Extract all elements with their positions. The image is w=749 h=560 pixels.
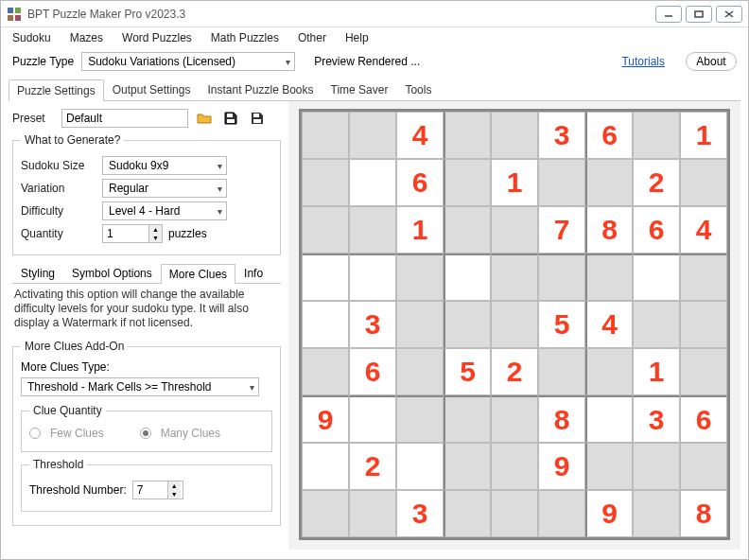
sudoku-cell: [538, 490, 585, 537]
sudoku-cell: 1: [680, 112, 727, 159]
sudoku-cell: [302, 206, 349, 254]
sudoku-cell: 2: [349, 443, 396, 490]
menu-word-puzzles[interactable]: Word Puzzles: [122, 31, 192, 44]
sudoku-cell: [302, 348, 349, 395]
sudoku-cell: [491, 395, 538, 443]
sudoku-cell: 6: [585, 112, 633, 159]
menu-help[interactable]: Help: [345, 31, 369, 44]
about-button[interactable]: About: [686, 52, 737, 71]
sudoku-cell: [680, 348, 727, 395]
threshold-group: Threshold Threshold Number: ▲▼: [21, 458, 272, 512]
sudoku-cell: 6: [349, 348, 396, 395]
svg-rect-0: [8, 8, 13, 13]
quantity-input[interactable]: [103, 225, 148, 242]
tutorials-link[interactable]: Tutorials: [621, 55, 665, 68]
menu-sudoku[interactable]: Sudoku: [12, 31, 51, 44]
clue-quantity-group: Clue Quantity Few Clues Many Clues: [21, 404, 272, 452]
difficulty-label: Difficulty: [21, 204, 96, 218]
sudoku-cell: 3: [349, 301, 396, 348]
sudoku-cell: [444, 112, 491, 159]
svg-rect-5: [695, 11, 703, 17]
puzzle-type-select[interactable]: Sudoku Variations (Licensed): [81, 52, 295, 71]
preset-label: Preset: [12, 112, 56, 125]
subtab-symbol-options[interactable]: Symbol Options: [63, 263, 161, 283]
many-clues-radio: [140, 428, 151, 439]
svg-rect-11: [253, 119, 261, 123]
quantity-up[interactable]: ▲: [149, 225, 162, 234]
open-preset-button[interactable]: [194, 109, 215, 128]
menu-other[interactable]: Other: [298, 31, 326, 44]
sudoku-cell: [680, 254, 727, 301]
sudoku-cell: [349, 206, 396, 254]
tab-instant-puzzle-books[interactable]: Instant Puzzle Books: [199, 79, 322, 100]
sudoku-cell: 3: [396, 490, 444, 537]
sudoku-cell: [491, 443, 538, 490]
svg-rect-8: [227, 114, 233, 117]
subtab-info[interactable]: Info: [235, 263, 271, 283]
sudoku-cell: 1: [633, 348, 680, 395]
sudoku-cell: [491, 254, 538, 301]
sudoku-cell: [302, 443, 349, 490]
sudoku-cell: [444, 443, 491, 490]
tab-output-settings[interactable]: Output Settings: [104, 79, 200, 100]
sudoku-cell: [491, 490, 538, 537]
threshold-number-label: Threshold Number:: [29, 483, 127, 497]
what-to-generate-group: What to Generate? Sudoku Size Sudoku 9x9…: [12, 133, 281, 255]
quantity-spinner[interactable]: ▲▼: [102, 224, 163, 243]
settings-panel: Preset Default + What to Generate? Sudok…: [9, 101, 288, 550]
sudoku-cell: 1: [396, 206, 444, 254]
sudoku-cell: 8: [538, 395, 585, 443]
difficulty-select[interactable]: Level 4 - Hard: [102, 201, 227, 220]
sudoku-cell: 6: [396, 159, 444, 206]
sudoku-cell: [585, 348, 633, 395]
preset-input[interactable]: Default: [61, 109, 188, 128]
quantity-down[interactable]: ▼: [149, 234, 162, 242]
close-button[interactable]: [716, 6, 742, 23]
sudoku-cell: [444, 301, 491, 348]
threshold-spinner[interactable]: ▲▼: [132, 481, 183, 499]
sudoku-cell: [349, 112, 396, 159]
sudoku-cell: 7: [538, 206, 585, 254]
app-icon: [7, 7, 22, 22]
sudoku-cell: 4: [396, 112, 444, 159]
sudoku-cell: [585, 159, 633, 206]
sudoku-cell: [491, 301, 538, 348]
threshold-up[interactable]: ▲: [168, 481, 181, 490]
window-title: BPT Puzzle Maker Pro v2023.3: [27, 8, 655, 21]
subtab-styling[interactable]: Styling: [12, 263, 63, 283]
more-clues-addon-group: More Clues Add-On More Clues Type: Thres…: [12, 340, 281, 526]
threshold-input[interactable]: [133, 481, 167, 499]
sudoku-cell: 3: [538, 112, 585, 159]
svg-rect-10: [253, 114, 259, 117]
sudoku-cell: 6: [633, 206, 680, 254]
menu-math-puzzles[interactable]: Math Puzzles: [211, 31, 279, 44]
sudoku-cell: [680, 443, 727, 490]
sudoku-cell: [396, 301, 444, 348]
save-preset-button[interactable]: [220, 109, 241, 128]
sudoku-grid: 4361612178643546521983629398: [299, 109, 730, 540]
maximize-button[interactable]: [686, 6, 712, 23]
more-clues-type-select[interactable]: Threshold - Mark Cells >= Threshold: [21, 377, 259, 396]
tab-time-saver[interactable]: Time Saver: [322, 79, 397, 100]
sudoku-size-select[interactable]: Sudoku 9x9: [102, 156, 227, 175]
tab-tools[interactable]: Tools: [396, 79, 440, 100]
minimize-button[interactable]: [655, 6, 682, 23]
variation-select[interactable]: Regular: [102, 179, 227, 198]
save-all-preset-button[interactable]: +: [247, 109, 268, 128]
sudoku-cell: 2: [633, 159, 680, 206]
few-clues-radio: [29, 428, 41, 439]
sudoku-cell: 9: [302, 395, 349, 443]
sudoku-cell: 2: [491, 348, 538, 395]
svg-rect-3: [15, 15, 21, 21]
subtab-more-clues[interactable]: More Clues: [161, 264, 235, 284]
sudoku-cell: [396, 348, 444, 395]
tab-puzzle-settings[interactable]: Puzzle Settings: [9, 79, 104, 101]
sudoku-cell: [444, 490, 491, 537]
menu-mazes[interactable]: Mazes: [70, 31, 103, 44]
threshold-down[interactable]: ▼: [168, 490, 181, 499]
quantity-unit: puzzles: [168, 227, 207, 240]
sudoku-cell: [396, 395, 444, 443]
sudoku-cell: 5: [538, 301, 585, 348]
sudoku-cell: [585, 254, 633, 301]
svg-text:+: +: [261, 111, 265, 119]
